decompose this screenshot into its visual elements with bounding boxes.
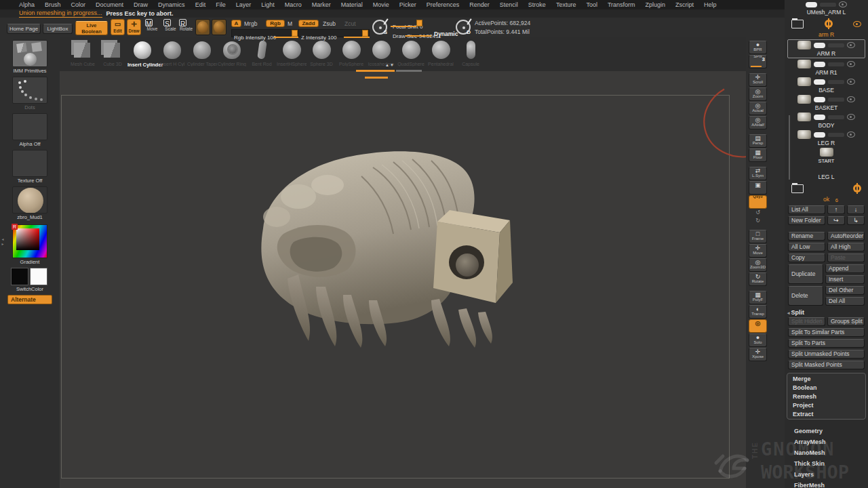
- subtool-thumbnail[interactable]: [797, 41, 811, 49]
- subtool-thumbnail[interactable]: [797, 130, 811, 139]
- gradient-picker[interactable]: R: [12, 224, 47, 258]
- shelf-button[interactable]: ▤ Persp: [749, 134, 767, 148]
- menu-item[interactable]: File: [216, 1, 226, 8]
- list-all-button[interactable]: List All: [788, 205, 825, 214]
- eye-icon[interactable]: [847, 42, 855, 48]
- shelf-button[interactable]: ◎ Zoom: [749, 87, 767, 101]
- rotate-button[interactable]: R Rotate: [179, 19, 193, 35]
- eye-icon[interactable]: [853, 21, 861, 27]
- menu-item[interactable]: Stencil: [500, 1, 518, 8]
- left-tray-item[interactable]: IMM Primitives: [9, 40, 50, 74]
- draw-button[interactable]: ✛ Draw: [127, 19, 141, 35]
- brush-thumbnail[interactable]: Insert H Cyl: [157, 37, 187, 71]
- all-low-button[interactable]: All Low: [788, 243, 825, 251]
- menu-item[interactable]: Transform: [608, 1, 635, 8]
- left-tray-thumbnail[interactable]: [12, 113, 47, 140]
- menu-item[interactable]: Alpha: [19, 1, 35, 8]
- shelf-button[interactable]: SPix 3: [749, 55, 767, 68]
- subtool-option-icons[interactable]: [820, 3, 836, 7]
- eye-icon[interactable]: [847, 114, 855, 120]
- autoreorder-button[interactable]: AutoReorder: [827, 232, 865, 241]
- subtool-item[interactable]: LEG R: [785, 129, 868, 147]
- dynamic-label[interactable]: Dynamic: [434, 30, 458, 37]
- shelf-button[interactable]: ◎ Zoom3D: [749, 258, 767, 272]
- move-button[interactable]: M Move: [145, 19, 159, 35]
- m-label[interactable]: M: [288, 20, 292, 27]
- subtool-thumbnail[interactable]: [797, 95, 811, 104]
- del-other-button[interactable]: Del Other: [825, 286, 865, 295]
- subtool-option-icons[interactable]: [828, 133, 844, 137]
- menu-item[interactable]: Help: [704, 1, 717, 8]
- merge-group-item[interactable]: Boolean: [787, 383, 865, 392]
- gear-icon[interactable]: [825, 20, 833, 28]
- left-tray-thumbnail[interactable]: [12, 77, 47, 104]
- eye-icon[interactable]: [847, 131, 855, 138]
- subtool-option-icons[interactable]: [828, 80, 844, 84]
- polypaint-toggle[interactable]: [814, 62, 825, 67]
- polypaint-toggle[interactable]: [814, 115, 825, 120]
- menu-item[interactable]: Texture: [556, 1, 576, 8]
- brush-thumbnail[interactable]: Capsule: [456, 37, 486, 71]
- menu-item[interactable]: Dynamics: [158, 1, 185, 8]
- shelf-button[interactable]: ⇄ L.Sym: [749, 167, 767, 180]
- menu-item[interactable]: Preferences: [427, 1, 460, 8]
- shelf-button[interactable]: ▦ PolyF: [749, 291, 767, 304]
- stroke-picker-icon[interactable]: S: [372, 20, 387, 35]
- left-tray-thumbnail[interactable]: [12, 150, 47, 177]
- menu-item[interactable]: Zscript: [675, 1, 694, 8]
- split-to-parts-button[interactable]: Split To Parts: [788, 339, 865, 348]
- move-out-button[interactable]: ↪: [827, 216, 845, 225]
- rgb-intensity-slider[interactable]: Rgb Intensity 100: [231, 29, 299, 37]
- zadd-toggle[interactable]: Zadd: [298, 20, 319, 27]
- eye-icon[interactable]: [847, 96, 855, 102]
- menu-item[interactable]: Material: [341, 1, 363, 8]
- shelf-button[interactable]: ▣: [749, 181, 767, 195]
- subtool-item[interactable]: LEG L: [785, 165, 868, 181]
- move-up-button[interactable]: ↑: [827, 205, 845, 214]
- brush-thumbnail[interactable]: Cylinder Taper: [187, 37, 217, 71]
- copy-button[interactable]: Copy: [788, 253, 825, 262]
- main-color-swatch[interactable]: [11, 268, 28, 285]
- del-all-button[interactable]: Del All: [825, 297, 865, 306]
- focal-shift-slider[interactable]: Focal Shift 0: [391, 19, 454, 27]
- shelf-button[interactable]: ▦ Floor: [749, 148, 767, 162]
- brush-thumbnail[interactable]: InsertHSphere: [277, 37, 307, 71]
- shelf-button[interactable]: ↺: [749, 209, 767, 217]
- brush-thumbnail[interactable]: Mesh Cube: [68, 37, 98, 71]
- menu-item[interactable]: Color: [71, 1, 86, 8]
- tray-divider-handle[interactable]: ◂▸: [1, 237, 5, 252]
- tool-section-header[interactable]: NanoMesh: [785, 447, 868, 458]
- move-in-button[interactable]: ↳: [847, 216, 865, 225]
- menu-item[interactable]: Brush: [45, 1, 61, 8]
- spix-mini-slider[interactable]: [751, 66, 762, 67]
- color-picker[interactable]: R Gradient: [9, 224, 50, 265]
- merge-group-item[interactable]: Merge: [787, 374, 865, 383]
- polypaint-toggle[interactable]: [814, 43, 825, 48]
- subtool-item[interactable]: BASE: [785, 77, 868, 94]
- brush-thumbnail[interactable]: Sphere 3D: [307, 37, 336, 71]
- tool-section-header[interactable]: Layers: [785, 469, 868, 480]
- groups-split-button[interactable]: Groups Split: [827, 317, 865, 326]
- tool-section-header[interactable]: Geometry: [785, 426, 868, 436]
- shelf-button[interactable]: ● Solo: [749, 333, 767, 347]
- subtool-option-icons[interactable]: [828, 62, 844, 66]
- menu-item[interactable]: Movie: [373, 1, 389, 8]
- delete-button[interactable]: Delete: [788, 286, 823, 306]
- scale-button[interactable]: S Scale: [163, 19, 178, 35]
- strip-scroll-arrows-icon[interactable]: ▲▼: [385, 63, 395, 67]
- folder-icon[interactable]: [791, 184, 804, 193]
- shelf-button[interactable]: ● BPR: [749, 41, 767, 54]
- left-tray-item[interactable]: Alpha Off: [9, 113, 50, 147]
- shelf-button[interactable]: ◎ AAHalf: [749, 116, 767, 129]
- eye-icon[interactable]: [839, 1, 847, 7]
- material-thumbnail-1[interactable]: [195, 19, 210, 35]
- subtool-item[interactable]: arm R: [785, 16, 868, 39]
- left-tray-item[interactable]: Dots: [9, 77, 50, 110]
- brush-thumbnail[interactable]: Cube 3D: [98, 37, 127, 71]
- secondary-color-swatch[interactable]: [30, 268, 47, 285]
- edit-button[interactable]: ▭ Edit: [111, 19, 125, 35]
- menu-item[interactable]: Render: [469, 1, 490, 8]
- insert-button[interactable]: Insert: [825, 275, 865, 284]
- menu-item[interactable]: Document: [96, 1, 123, 8]
- alternate-button[interactable]: Alternate: [7, 295, 52, 304]
